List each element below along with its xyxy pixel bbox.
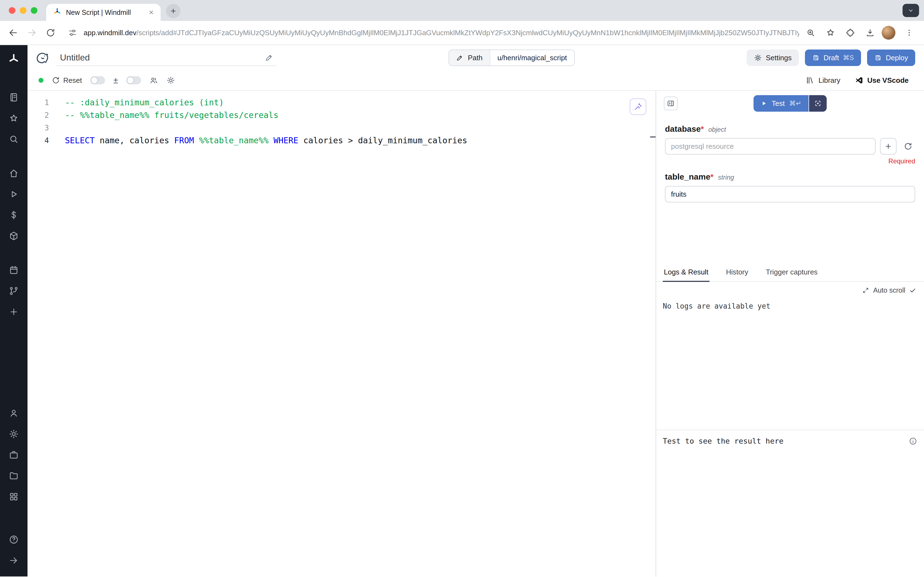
- tab-trigger-captures[interactable]: Trigger captures: [765, 264, 819, 281]
- test-button[interactable]: Test ⌘↵: [753, 95, 808, 112]
- auto-scroll-toggle[interactable]: Auto scroll: [662, 284, 919, 297]
- test-fullscreen-button[interactable]: [809, 95, 827, 112]
- test-label: Test: [772, 99, 785, 108]
- required-star: *: [701, 124, 704, 134]
- library-button[interactable]: Library: [806, 76, 840, 85]
- sidebar-item-folders[interactable]: [5, 466, 23, 485]
- collaborators-button[interactable]: [149, 76, 158, 85]
- download-icon: [865, 28, 875, 38]
- sidebar-item-home[interactable]: [5, 164, 23, 183]
- chevron-down-icon: [907, 7, 914, 14]
- sidebar-item-schedules[interactable]: [5, 261, 23, 279]
- panel-tabs: Logs & Result History Trigger captures: [656, 264, 924, 282]
- path-button[interactable]: Path u/henri/magical_script: [449, 50, 575, 66]
- panel-toggle-button[interactable]: [664, 97, 678, 110]
- windmill-logo[interactable]: [5, 50, 23, 68]
- sidebar-item-apps[interactable]: [5, 487, 23, 506]
- result-info-button[interactable]: [909, 437, 918, 446]
- window-zoom-button[interactable]: [31, 7, 37, 14]
- diff-toggle[interactable]: [90, 76, 105, 84]
- sidebar-item-settings[interactable]: [5, 425, 23, 443]
- editor-settings-button[interactable]: [166, 76, 175, 85]
- dollar-icon: [8, 210, 19, 220]
- library-icon: [806, 76, 815, 85]
- sidebar-item-notebook[interactable]: [5, 88, 23, 107]
- save-icon: [874, 54, 882, 61]
- sidebar-item-runs[interactable]: [5, 185, 23, 203]
- forward-button[interactable]: [23, 24, 41, 42]
- field-type-database: object: [708, 126, 726, 134]
- window-close-button[interactable]: [9, 7, 15, 14]
- library-label: Library: [818, 76, 840, 85]
- sidebar-item-variables[interactable]: [5, 206, 23, 224]
- collapse-sidebar-button[interactable]: [5, 551, 23, 570]
- gear-icon: [166, 76, 175, 85]
- plus-minus-icon: ±: [113, 76, 118, 85]
- editor-code[interactable]: -- :daily_minimum_calories (int)-- %%tab…: [58, 96, 655, 147]
- postgresql-icon: [35, 50, 50, 65]
- toolbar-right: Library Use VScode: [806, 76, 909, 85]
- plus-icon: [169, 7, 177, 15]
- settings-button[interactable]: Settings: [747, 50, 799, 66]
- home-icon: [8, 168, 19, 179]
- settings-label: Settings: [766, 54, 792, 62]
- connection-status-dot: [39, 78, 43, 83]
- site-info-button[interactable]: [64, 24, 81, 42]
- back-arrow-icon: [8, 27, 18, 38]
- profile-avatar[interactable]: [882, 26, 895, 40]
- test-shortcut: ⌘↵: [789, 100, 802, 107]
- puzzle-icon: [846, 28, 855, 37]
- tab-history[interactable]: History: [725, 264, 749, 281]
- deploy-button[interactable]: Deploy: [867, 50, 915, 66]
- tab-title: New Script | Windmill: [66, 8, 142, 16]
- star-icon: [8, 113, 19, 124]
- new-tab-button[interactable]: [166, 4, 180, 18]
- table-name-input-row: [665, 186, 915, 202]
- sidebar-item-favorites[interactable]: [5, 109, 23, 127]
- sidebar-item-create[interactable]: [5, 303, 23, 321]
- extensions-button[interactable]: [842, 24, 858, 41]
- editor-gutter: 1234: [27, 96, 58, 147]
- browser-menu-button[interactable]: [901, 24, 918, 41]
- use-vscode-button[interactable]: Use VScode: [855, 76, 909, 85]
- pencil-icon: [456, 54, 464, 61]
- field-name-table-name: table_name: [665, 172, 710, 181]
- tab-close-button[interactable]: [146, 7, 156, 17]
- ai-assistant-button[interactable]: [630, 98, 646, 115]
- bookmark-button[interactable]: [822, 24, 839, 41]
- reload-button[interactable]: [42, 24, 60, 42]
- refresh-resources-button[interactable]: [901, 139, 915, 153]
- pencil-icon: [265, 53, 274, 61]
- windmill-app: Untitled Path u/henri/magical_script Set…: [0, 45, 924, 577]
- notebook-icon: [8, 92, 19, 103]
- window-minimize-button[interactable]: [20, 7, 26, 14]
- browser-tab[interactable]: New Script | Windmill: [46, 4, 161, 21]
- sidebar-item-users[interactable]: [5, 404, 23, 422]
- script-title-input[interactable]: Untitled: [56, 50, 277, 66]
- browser-tab-strip: New Script | Windmill: [0, 0, 924, 21]
- tab-search-button[interactable]: [903, 4, 919, 17]
- help-button[interactable]: [5, 530, 23, 549]
- sidebar-item-search[interactable]: [5, 130, 23, 148]
- draft-button[interactable]: Draft ⌘S: [805, 50, 861, 66]
- back-button[interactable]: [5, 24, 22, 42]
- sidebar-item-resources[interactable]: [5, 227, 23, 245]
- code-editor[interactable]: 1234 -- :daily_minimum_calories (int)-- …: [27, 91, 655, 577]
- reset-button[interactable]: Reset: [52, 76, 82, 85]
- add-resource-button[interactable]: [880, 138, 897, 155]
- reset-label: Reset: [63, 76, 82, 85]
- tab-logs-result[interactable]: Logs & Result: [663, 264, 710, 282]
- sidebar-item-workers[interactable]: [5, 446, 23, 464]
- assistant-toggle[interactable]: [126, 76, 141, 84]
- toggle-knob: [91, 77, 97, 83]
- script-title: Untitled: [60, 53, 261, 63]
- editor-body: 1234 -- :daily_minimum_calories (int)-- …: [27, 96, 655, 147]
- grid-icon: [8, 492, 19, 502]
- downloads-button[interactable]: [862, 24, 878, 41]
- address-bar[interactable]: app.windmill.dev/scripts/add#JTdCJTIyaGF…: [84, 29, 799, 37]
- plus-icon: [8, 307, 19, 317]
- zoom-indicator-button[interactable]: [802, 24, 819, 41]
- sidebar-item-triggers[interactable]: [5, 282, 23, 300]
- database-resource-input[interactable]: [665, 138, 876, 155]
- table-name-input[interactable]: [665, 186, 915, 202]
